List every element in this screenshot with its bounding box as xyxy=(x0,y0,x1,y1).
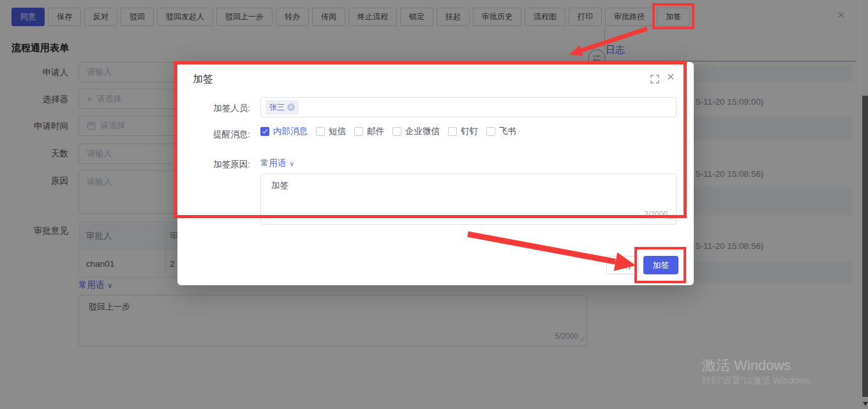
add-sign-modal: 加签 × 加签人员: 张三 × 提醒消息: 内部消息 短信 xyxy=(177,62,694,285)
notify-label: 提醒消息: xyxy=(177,129,250,140)
cancel-button[interactable]: 取消 xyxy=(606,256,639,274)
person-label: 加签人员: xyxy=(177,103,250,114)
fullscreen-icon[interactable] xyxy=(650,75,659,86)
reason-label-modal: 加签原因: xyxy=(177,159,250,170)
notify-channel-option[interactable]: 短信 xyxy=(316,126,346,137)
channel-label: 钉钉 xyxy=(461,126,478,137)
notify-channel-option[interactable]: 邮件 xyxy=(354,126,384,137)
checkbox-icon[interactable] xyxy=(486,127,495,136)
checkbox-icon[interactable] xyxy=(354,127,363,136)
common-phrases-link-modal[interactable]: 常用语 ∨ xyxy=(260,158,294,169)
channel-label: 短信 xyxy=(329,126,346,137)
resize-handle-icon[interactable] xyxy=(668,211,675,223)
notify-channel-option[interactable]: 钉钉 xyxy=(448,126,478,137)
checkbox-icon[interactable] xyxy=(393,127,401,136)
channel-label: 企业微信 xyxy=(405,126,440,137)
app-screen: 同意 保存 反对 驳回 驳回发起 xyxy=(0,0,868,409)
chevron-down-icon: ∨ xyxy=(290,160,294,167)
notify-channel-group: 内部消息 短信 邮件 企业微信 xyxy=(260,126,516,137)
channel-label: 飞书 xyxy=(499,126,516,137)
sign-reason-textarea[interactable]: 加签 2/2000 xyxy=(260,174,677,225)
modal-close-icon[interactable]: × xyxy=(667,70,675,83)
checkbox-icon[interactable] xyxy=(448,127,457,136)
notify-channel-option[interactable]: 企业微信 xyxy=(393,126,440,137)
sign-reason-text: 加签 xyxy=(271,180,288,191)
channel-label: 邮件 xyxy=(367,126,384,137)
windows-watermark-subtitle: 转到“设置”以激活 Windows。 xyxy=(702,375,818,387)
common-phrases-label-modal: 常用语 xyxy=(260,158,287,169)
char-counter-modal: 2/2000 xyxy=(644,210,668,219)
modal-title: 加签 xyxy=(193,73,213,86)
notify-channel-option[interactable]: 飞书 xyxy=(486,126,516,137)
person-tag-label: 张三 xyxy=(269,102,285,113)
windows-watermark-title: 激活 Windows xyxy=(702,356,791,375)
person-select-input[interactable]: 张三 × xyxy=(260,97,677,117)
channel-label: 内部消息 xyxy=(273,126,308,137)
person-tag: 张三 × xyxy=(266,100,299,115)
checkbox-icon[interactable] xyxy=(260,127,269,136)
confirm-button-wrap: 加签 xyxy=(643,256,678,274)
checkbox-icon[interactable] xyxy=(316,127,325,136)
confirm-add-sign-button[interactable]: 加签 xyxy=(643,256,678,274)
tag-remove-icon[interactable]: × xyxy=(287,103,295,111)
notify-channel-option[interactable]: 内部消息 xyxy=(260,126,308,137)
